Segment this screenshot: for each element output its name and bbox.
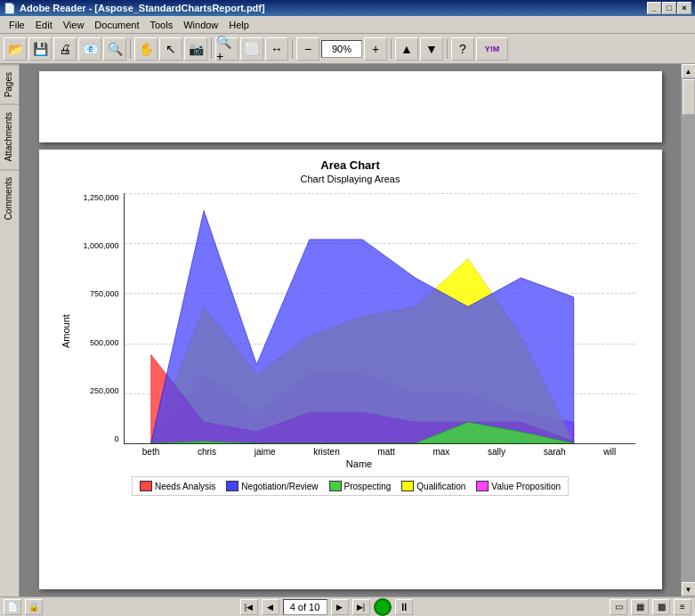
help-button[interactable]: ? <box>451 37 474 61</box>
menu-document[interactable]: Document <box>89 18 144 32</box>
toolbar: 📂 💾 🖨 📧 🔍 ✋ ↖ 📷 🔍+ ⬜ ↔ − + ▲ ▼ ? Y!M <box>0 34 695 64</box>
title-bar: 📄 Adobe Reader - [Aspose_StandardChartsR… <box>0 0 695 16</box>
legend-color-needs-analysis <box>140 481 152 491</box>
legend-label-needs-analysis: Needs Analysis <box>155 482 215 491</box>
status-r1[interactable]: ▭ <box>610 599 627 615</box>
last-page-button[interactable]: ▶| <box>352 599 370 615</box>
status-r2[interactable]: ▦ <box>631 599 649 615</box>
yahoo-button[interactable]: Y!M <box>476 37 508 61</box>
y-tick-0: 1,250,000 <box>83 193 118 202</box>
app-icon: 📄 <box>4 3 16 14</box>
chart-with-axes: 1,250,000 1,000,000 750,000 500,000 250,… <box>75 193 644 469</box>
legend-label-prospecting: Prospecting <box>344 482 392 491</box>
x-label-matt: matt <box>377 447 394 457</box>
scroll-track[interactable] <box>682 78 696 582</box>
x-label-max: max <box>432 447 449 457</box>
menu-edit[interactable]: Edit <box>30 18 58 32</box>
separator-5 <box>447 39 448 59</box>
legend-label-negotiation-review: Negotiation/Review <box>241 482 318 491</box>
right-scrollbar: ▲ ▼ <box>681 64 695 596</box>
x-label-kristen: kristen <box>313 447 339 457</box>
attachments-tab[interactable]: Attachments <box>0 104 19 169</box>
print-button[interactable]: 🖨 <box>53 37 77 61</box>
legend-color-value-proposition <box>476 481 489 491</box>
save-button[interactable]: 💾 <box>28 37 52 61</box>
legend-color-qualification <box>401 481 414 491</box>
menu-tools[interactable]: Tools <box>145 18 179 32</box>
fit-page-button[interactable]: ⬜ <box>240 37 263 61</box>
next-page-button[interactable]: ▶ <box>331 599 349 615</box>
progress-indicator <box>374 598 392 616</box>
x-label-jaime: jaime <box>255 447 276 457</box>
x-label-sarah: sarah <box>544 447 566 457</box>
menu-help[interactable]: Help <box>223 18 255 32</box>
email-button[interactable]: 📧 <box>78 37 101 61</box>
status-stop-icon[interactable]: ⏸ <box>395 599 413 615</box>
menu-file[interactable]: File <box>4 18 30 32</box>
fit-width-button[interactable]: ↔ <box>265 37 288 61</box>
prev-page-tb[interactable]: ▲ <box>395 37 418 61</box>
chart-title: Area Chart <box>320 158 379 172</box>
x-label-beth: beth <box>142 447 159 457</box>
series-negotiation-review <box>150 210 573 443</box>
menu-view[interactable]: View <box>58 18 90 32</box>
x-label-chris: chris <box>198 447 216 457</box>
legend-negotiation-review: Negotiation/Review <box>226 481 318 491</box>
separator-1 <box>130 39 131 59</box>
separator-4 <box>391 39 392 59</box>
zoom-control <box>321 40 362 58</box>
legend-color-prospecting <box>329 481 342 491</box>
y-tick-labels: 1,250,000 1,000,000 750,000 500,000 250,… <box>75 193 123 443</box>
page-input[interactable] <box>283 599 327 615</box>
page-main: Area Chart Chart Displaying Areas Amount… <box>39 150 662 589</box>
menu-bar: File Edit View Document Tools Window Hel… <box>0 16 695 34</box>
page-top <box>39 71 662 142</box>
zoom-out-button[interactable]: − <box>296 37 319 61</box>
zoom-in-btn2[interactable]: + <box>364 37 387 61</box>
legend-qualification: Qualification <box>401 481 465 491</box>
snapshot-tool[interactable]: 📷 <box>184 37 207 61</box>
open-button[interactable]: 📂 <box>4 37 27 61</box>
x-label-will: will <box>603 447 616 457</box>
status-right: ▭ ▦ ▩ ≡ <box>610 599 691 615</box>
next-page-tb[interactable]: ▼ <box>420 37 443 61</box>
pages-tab[interactable]: Pages <box>0 64 19 104</box>
x-axis-title: Name <box>75 458 644 469</box>
comments-tab[interactable]: Comments <box>0 169 19 227</box>
close-button[interactable]: × <box>677 2 691 14</box>
hand-tool[interactable]: ✋ <box>134 37 158 61</box>
y-tick-1: 1,000,000 <box>83 241 118 250</box>
y-tick-3: 500,000 <box>90 338 119 347</box>
legend-value-proposition: Value Proposition <box>476 481 561 491</box>
status-lock-icon[interactable]: 🔒 <box>25 599 43 615</box>
status-r3[interactable]: ▩ <box>652 599 670 615</box>
legend-needs-analysis: Needs Analysis <box>140 481 215 491</box>
search-button[interactable]: 🔍 <box>103 37 126 61</box>
first-page-button[interactable]: |◀ <box>240 599 258 615</box>
y-tick-2: 750,000 <box>90 289 119 298</box>
y-axis-label: Amount <box>57 193 75 469</box>
zoom-in-button[interactable]: 🔍+ <box>215 37 238 61</box>
status-doc-icon[interactable]: 📄 <box>4 599 21 615</box>
status-r4[interactable]: ≡ <box>674 599 691 615</box>
restore-button[interactable]: □ <box>662 2 676 14</box>
chart-plot-area: 1,250,000 1,000,000 750,000 500,000 250,… <box>124 193 635 444</box>
x-label-sally: sally <box>488 447 505 457</box>
separator-2 <box>211 39 212 59</box>
scroll-thumb[interactable] <box>683 79 695 115</box>
chart-subtitle: Chart Displaying Areas <box>301 174 400 184</box>
chart-body: Amount 1,250,000 1,000,000 750,000 500,0… <box>57 193 644 469</box>
legend-prospecting: Prospecting <box>329 481 392 491</box>
chart-legend: Needs Analysis Negotiation/Review Prospe… <box>132 476 569 496</box>
prev-page-button[interactable]: ◀ <box>262 599 279 615</box>
scroll-up-button[interactable]: ▲ <box>682 64 696 78</box>
select-tool[interactable]: ↖ <box>159 37 182 61</box>
y-tick-5: 0 <box>114 434 118 443</box>
scroll-down-button[interactable]: ▼ <box>682 582 696 596</box>
x-axis-labels: beth chris jaime kristen matt max sally … <box>124 444 635 457</box>
minimize-button[interactable]: _ <box>647 2 661 14</box>
y-tick-4: 250,000 <box>90 386 119 395</box>
zoom-input[interactable] <box>324 44 360 54</box>
side-panels: Pages Attachments Comments <box>0 64 20 596</box>
menu-window[interactable]: Window <box>178 18 223 32</box>
